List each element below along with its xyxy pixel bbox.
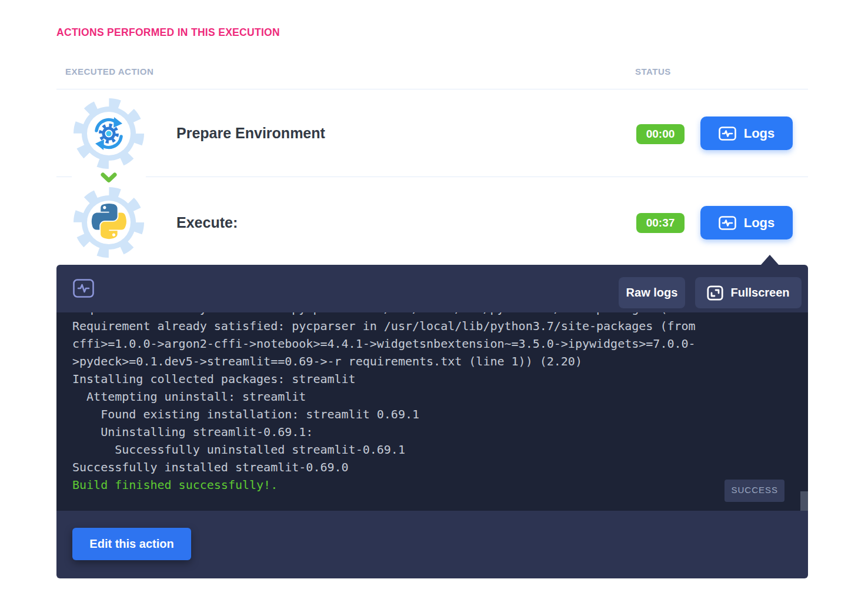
log-line: Uninstalling streamlit-0.69.1:: [72, 423, 808, 441]
activity-icon: [719, 127, 736, 141]
logs-button-label: Logs: [744, 215, 775, 231]
log-line: Found existing installation: streamlit 0…: [72, 405, 808, 423]
chevron-down-icon: [100, 172, 118, 186]
log-panel-header: Raw logs Fullscreen: [56, 265, 808, 312]
log-line: >pydeck>=0.1.dev5->streamlit==0.69->-r r…: [72, 352, 808, 370]
log-output[interactable]: Requirement already satisfied: pycparser…: [56, 312, 808, 511]
table-divider: [56, 89, 808, 89]
status-badge: SUCCESS: [725, 480, 784, 502]
log-line: Requirement already satisfied: pycparser…: [72, 317, 808, 335]
log-line: Successfully uninstalled streamlit-0.69.…: [72, 441, 808, 458]
col-header-status: STATUS: [635, 66, 671, 76]
gear-sync-icon: [73, 98, 145, 169]
log-line-success: Build finished successfully!.: [72, 476, 808, 494]
logs-button[interactable]: Logs: [700, 206, 793, 239]
panel-caret: [761, 255, 779, 265]
log-panel-footer: Edit this action: [56, 511, 808, 578]
log-line: cffi>=1.0.0->argon2-cffi->notebook>=4.4.…: [72, 335, 808, 352]
log-line: Attempting uninstall: streamlit: [72, 388, 808, 405]
logs-button[interactable]: Logs: [700, 117, 793, 150]
log-panel: Raw logs Fullscreen Requirement already …: [56, 265, 808, 578]
activity-icon: [719, 216, 736, 230]
log-line: Installing collected packages: streamlit: [72, 370, 808, 388]
action-name: Prepare Environment: [176, 125, 325, 142]
duration-badge: 00:37: [636, 213, 685, 233]
duration-badge: 00:00: [636, 124, 685, 144]
col-header-executed-action: EXECUTED ACTION: [65, 66, 153, 76]
edit-action-button[interactable]: Edit this action: [72, 528, 191, 560]
activity-icon: [73, 279, 94, 300]
log-line-clipped: Requirement already satisfied: pycparser…: [72, 312, 808, 317]
logs-button-label: Logs: [744, 126, 775, 141]
row-divider: [56, 177, 808, 177]
fullscreen-button[interactable]: Fullscreen: [695, 277, 802, 308]
python-icon: [73, 187, 145, 258]
fullscreen-label: Fullscreen: [730, 286, 789, 300]
action-name: Execute:: [176, 214, 238, 231]
fullscreen-icon: [707, 285, 723, 301]
raw-logs-button[interactable]: Raw logs: [619, 277, 685, 308]
page-title: ACTIONS PERFORMED IN THIS EXECUTION: [56, 26, 280, 39]
scrollbar-thumb[interactable]: [800, 491, 808, 511]
raw-logs-label: Raw logs: [626, 286, 678, 300]
execution-actions-page: ACTIONS PERFORMED IN THIS EXECUTION EXEC…: [0, 0, 868, 599]
log-line: Successfully installed streamlit-0.69.0: [72, 458, 808, 476]
